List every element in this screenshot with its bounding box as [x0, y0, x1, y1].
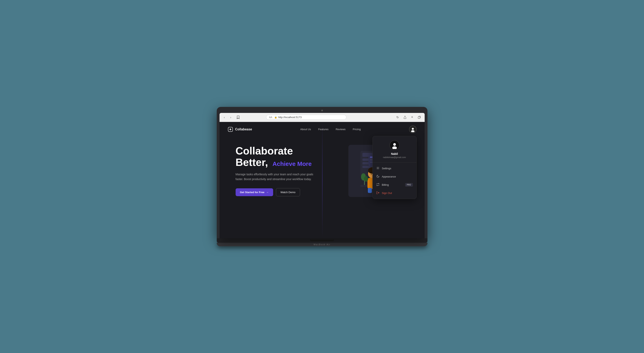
site-nav: Collabease About Us Features Reviews Pri… — [220, 122, 425, 137]
svg-point-56 — [393, 143, 396, 146]
appearance-icon — [376, 175, 380, 179]
billing-label: Billing — [382, 183, 403, 186]
settings-item[interactable]: Settings — [373, 164, 416, 172]
logo-text: Collabease — [235, 128, 252, 131]
browser-actions: ↻ + — [395, 114, 422, 120]
aa-label: AA — [269, 116, 272, 119]
hero-buttons: Get Started for Free → Watch Demo — [236, 188, 320, 196]
signout-item[interactable]: Sign Out — [373, 189, 416, 197]
appearance-item[interactable]: Appearance — [373, 172, 416, 181]
settings-icon — [376, 166, 380, 170]
logo: Collabease — [228, 127, 252, 132]
bookmarks-icon[interactable] — [235, 114, 241, 120]
logo-icon — [228, 127, 233, 132]
laptop-base — [217, 238, 428, 243]
camera — [321, 110, 323, 111]
laptop-body: ‹ › AA 🔒 http://localhost:5173 ↻ — [217, 107, 428, 238]
address-bar[interactable]: AA 🔒 http://localhost:5173 — [266, 115, 346, 120]
browser-chrome: ‹ › AA 🔒 http://localhost:5173 ↻ — [220, 113, 425, 122]
svg-point-58 — [378, 168, 378, 168]
svg-point-5 — [412, 128, 414, 130]
settings-label: Settings — [382, 167, 413, 170]
dropdown-user-name: Nabil — [377, 152, 412, 155]
url-text: http://localhost:5173 — [278, 116, 302, 119]
svg-point-3 — [230, 129, 230, 130]
browser-nav: ‹ › — [222, 115, 233, 120]
hero-title: CollaborateBetter, Achieve More — [236, 145, 320, 168]
svg-point-47 — [364, 176, 368, 182]
laptop-frame: ‹ › AA 🔒 http://localhost:5173 ↻ — [217, 107, 428, 246]
signout-icon — [376, 191, 380, 195]
vertical-accent — [322, 122, 322, 238]
macbook-label: MacBook Air — [314, 243, 330, 246]
dropdown-items: Settings Appearance — [373, 163, 416, 199]
nav-links: About Us Features Reviews Pricing — [300, 128, 361, 131]
watch-demo-button[interactable]: Watch Demo — [276, 188, 300, 196]
reload-button[interactable]: ↻ — [395, 114, 400, 120]
nav-reviews[interactable]: Reviews — [336, 128, 346, 131]
share-button[interactable] — [402, 114, 408, 120]
appearance-label: Appearance — [382, 175, 413, 178]
new-tab-button[interactable]: + — [410, 114, 415, 120]
get-started-button[interactable]: Get Started for Free → — [236, 188, 273, 196]
lock-icon: 🔒 — [274, 116, 277, 118]
hero-title-accent: Achieve More — [272, 160, 312, 167]
laptop-notch — [310, 240, 334, 241]
laptop-screen: ‹ › AA 🔒 http://localhost:5173 ↻ — [220, 113, 425, 238]
tabs-button[interactable] — [416, 114, 422, 120]
nav-about[interactable]: About Us — [300, 128, 311, 131]
pro-badge: PRO — [405, 183, 413, 187]
user-dropdown-menu: Nabil nabilelmaa@gmail.com Settings — [372, 136, 416, 199]
nav-features[interactable]: Features — [318, 128, 328, 131]
laptop-bottom-bar: MacBook Air — [217, 243, 428, 246]
hero-description: Manage tasks effortlessly with your team… — [236, 172, 320, 182]
user-avatar-button[interactable] — [409, 126, 416, 133]
dropdown-avatar — [390, 140, 400, 150]
website-content: Collabease About Us Features Reviews Pri… — [220, 122, 425, 238]
svg-rect-1 — [418, 116, 420, 118]
billing-icon — [376, 183, 380, 187]
nav-pricing[interactable]: Pricing — [353, 128, 361, 131]
billing-item[interactable]: Billing PRO — [373, 181, 416, 189]
dropdown-header: Nabil nabilelmaa@gmail.com — [373, 136, 416, 163]
signout-label: Sign Out — [382, 192, 413, 195]
back-button[interactable]: ‹ — [222, 115, 227, 120]
forward-button[interactable]: › — [228, 115, 233, 120]
dropdown-user-email: nabilelmaa@gmail.com — [377, 156, 412, 158]
svg-point-28 — [371, 174, 372, 175]
arrow-icon: → — [266, 191, 269, 194]
hero-text: CollaborateBetter, Achieve More Manage t… — [236, 145, 320, 196]
svg-rect-25 — [368, 188, 372, 193]
